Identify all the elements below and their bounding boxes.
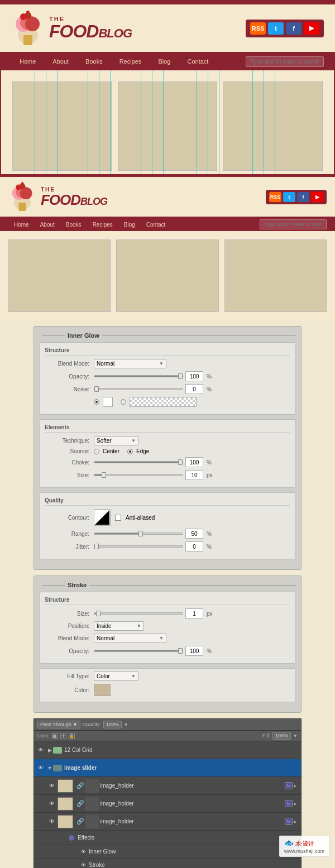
fill-type-dropdown[interactable]: Color ▼	[94, 672, 138, 681]
preview-nav-home[interactable]: Home	[8, 218, 35, 231]
radio-gradient[interactable]	[121, 399, 126, 405]
blend-mode-dropdown[interactable]: Normal ▼	[94, 359, 166, 368]
fill-type-control[interactable]: Color ▼	[94, 672, 290, 681]
rss-icon[interactable]: RSS	[250, 22, 266, 35]
stroke-blend-mode-control[interactable]: Normal ▼	[94, 634, 290, 643]
position-control[interactable]: Inside ▼	[94, 621, 290, 631]
stroke-effect-label: Stroke	[89, 862, 299, 868]
preview-youtube-icon[interactable]: ▶	[311, 192, 323, 202]
nav-recipes[interactable]: Recipes	[111, 54, 150, 69]
choke-unit: %	[207, 459, 212, 466]
preview-logo-blog: BLOG	[80, 196, 107, 207]
technique-dropdown[interactable]: Softer ▼	[94, 436, 138, 445]
gradient-preview[interactable]	[130, 397, 197, 407]
layer-row-holder3[interactable]: 👁 🔗 image_holder fx ▲	[34, 813, 301, 831]
lock-all-icon[interactable]: 🔒	[69, 733, 75, 739]
stroke-size-slider[interactable]	[94, 612, 183, 615]
stroke-effect-row[interactable]: 👁 Stroke	[34, 859, 301, 868]
layer-row-holder1[interactable]: 👁 🔗 image_holder fx ▲	[34, 777, 301, 795]
eye-icon-holder2[interactable]: 👁	[47, 799, 56, 808]
position-dropdown[interactable]: Inside ▼	[94, 621, 144, 631]
fx-arrow-holder1[interactable]: ▲	[293, 783, 297, 788]
layer-row-12col[interactable]: 👁 ▶ 12 Col Grid	[34, 741, 301, 759]
preview-img-3	[224, 239, 327, 312]
lock-position-icon[interactable]: ✛	[60, 733, 66, 739]
choke-value[interactable]: 100	[185, 457, 203, 467]
preview-nav-recipes[interactable]: Recipes	[87, 218, 118, 231]
twitter-icon[interactable]: t	[268, 22, 284, 35]
pass-through-dropdown[interactable]: Pass Through ▼	[37, 721, 80, 728]
size-slider[interactable]	[94, 474, 183, 476]
fx-arrow-holder2[interactable]: ▲	[293, 801, 297, 806]
opacity-value[interactable]: 100	[185, 371, 203, 381]
size-value[interactable]: 10	[185, 470, 203, 480]
range-slider[interactable]	[94, 533, 183, 535]
noise-slider[interactable]	[94, 388, 183, 390]
preview-twitter-icon[interactable]: t	[283, 192, 295, 202]
eye-icon-slider[interactable]: 👁	[36, 764, 45, 773]
facebook-icon[interactable]: f	[286, 22, 302, 35]
nav-books[interactable]: Books	[77, 54, 111, 69]
inner-glow-effect-row[interactable]: 👁 Inner Glow	[34, 845, 301, 859]
layer-arrow-slider[interactable]: ▼	[46, 765, 53, 771]
layers-opacity-label: Opacity:	[83, 722, 101, 727]
layer-arrow-12col[interactable]: ▶	[46, 747, 53, 753]
opacity-slider[interactable]	[94, 375, 183, 377]
youtube-icon[interactable]: ▶	[304, 22, 319, 35]
contour-checkbox[interactable]	[115, 515, 121, 521]
preview-nav-books[interactable]: Books	[60, 218, 87, 231]
search-input-top[interactable]	[246, 56, 324, 67]
technique-value: Softer	[97, 438, 112, 444]
solid-color-box[interactable]	[103, 397, 113, 407]
preview-nav-blog[interactable]: Blog	[118, 218, 141, 231]
fill-value[interactable]: 100%	[272, 732, 291, 740]
stroke-opacity-slider[interactable]	[94, 650, 183, 652]
layer-thumb-holder1	[58, 779, 73, 793]
img-placeholder-2	[118, 81, 218, 171]
nav-contact[interactable]: Contact	[179, 54, 217, 69]
radio-center[interactable]	[94, 449, 99, 454]
jitter-slider[interactable]	[94, 545, 183, 548]
stroke-eye-icon[interactable]: 👁	[79, 861, 88, 869]
eye-icon-holder1[interactable]: 👁	[47, 781, 56, 790]
fx-badge-holder1: fx	[285, 782, 293, 789]
stroke-blend-mode-dropdown[interactable]: Normal ▼	[94, 634, 166, 643]
stroke-opacity-value[interactable]: 100	[185, 646, 203, 656]
eye-icon-holder3[interactable]: 👁	[47, 817, 56, 826]
nav-home[interactable]: Home	[11, 54, 44, 69]
jitter-value[interactable]: 0	[185, 541, 203, 552]
opacity-label: Opacity:	[45, 373, 89, 380]
preview-facebook-icon[interactable]: f	[297, 192, 309, 202]
eye-icon-12col[interactable]: 👁	[36, 746, 45, 755]
preview-rss-icon[interactable]: RSS	[269, 192, 281, 202]
blend-mode-control[interactable]: Normal ▼	[94, 359, 290, 368]
nav-bar-top: Home About Books Recipes Blog Contact	[0, 54, 335, 69]
stroke-blend-mode-row: Blend Mode: Normal ▼	[45, 634, 290, 643]
radio-edge[interactable]	[127, 449, 133, 454]
noise-value[interactable]: 0	[185, 384, 203, 394]
radio-solid[interactable]	[94, 399, 99, 405]
fx-arrow-holder3[interactable]: ▲	[293, 819, 297, 824]
preview-nav-about[interactable]: About	[35, 218, 60, 231]
stroke-color-box[interactable]	[94, 684, 111, 696]
lock-pixels-icon[interactable]: ▦	[52, 733, 58, 739]
opacity-control: 100 %	[94, 371, 290, 381]
range-value[interactable]: 50	[185, 529, 203, 539]
inner-glow-eye-icon[interactable]: 👁	[79, 847, 88, 856]
nav-about[interactable]: About	[44, 54, 77, 69]
fill-type-row: Fill Type: Color ▼	[45, 672, 290, 681]
choke-slider[interactable]	[94, 461, 183, 463]
contour-preview[interactable]	[94, 509, 111, 526]
layer-row-holder2[interactable]: 👁 🔗 image_holder fx ▲	[34, 795, 301, 813]
stroke-size-value[interactable]: 1	[185, 608, 203, 618]
stroke-color-label: Color:	[45, 687, 89, 693]
preview-logo-area: THE FOODBLOG	[8, 181, 107, 212]
layer-row-slider[interactable]: 👁 ▼ image slider	[34, 759, 301, 777]
layers-opacity-value[interactable]: 100%	[103, 721, 122, 728]
technique-control[interactable]: Softer ▼	[94, 436, 290, 445]
preview-nav-contact[interactable]: Contact	[141, 218, 171, 231]
nav-blog[interactable]: Blog	[150, 54, 179, 69]
effects-row[interactable]: Effects	[34, 831, 301, 845]
fill-label: Fill:	[262, 733, 270, 738]
search-input-preview[interactable]	[260, 219, 327, 229]
